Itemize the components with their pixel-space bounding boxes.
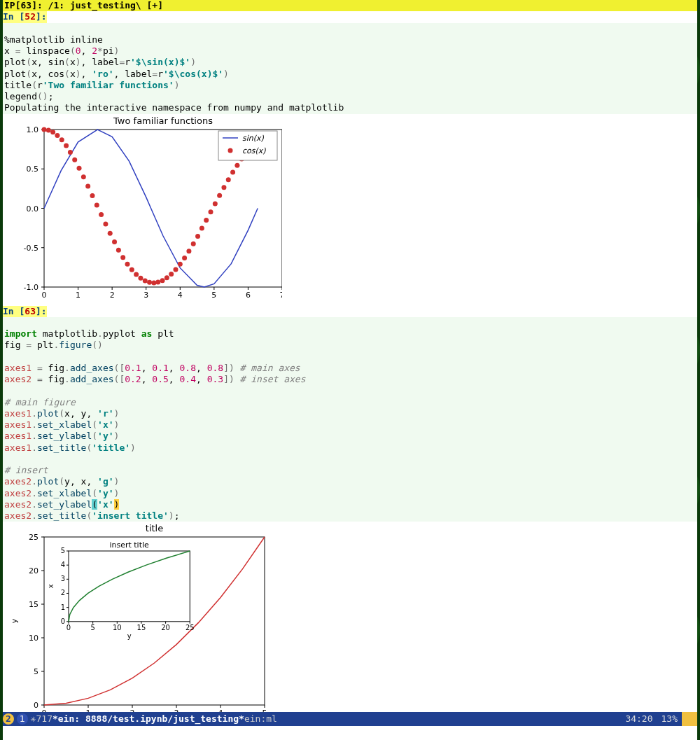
svg-text:7: 7 — [280, 291, 283, 300]
svg-point-71 — [230, 169, 235, 174]
svg-text:0: 0 — [42, 291, 47, 300]
svg-point-66 — [209, 209, 214, 214]
chart-two-familiar-functions: 01234567-1.0-0.50.00.51.0Two familiar fu… — [6, 116, 282, 305]
svg-point-65 — [204, 217, 209, 222]
svg-point-49 — [134, 272, 139, 277]
svg-text:x: x — [47, 585, 55, 589]
prompt-number: 63 — [24, 306, 36, 316]
svg-point-67 — [213, 201, 218, 206]
svg-point-47 — [125, 261, 130, 266]
svg-point-45 — [116, 247, 121, 252]
mode-line: 2 1 ✳ 717 *ein: 8888/test.ipynb/just_tes… — [3, 712, 697, 726]
svg-point-56 — [164, 275, 169, 280]
window-title: IP[63]: /1: just_testing\ [+] — [3, 0, 697, 11]
svg-point-29 — [46, 127, 51, 132]
code-line: import matplotlib.pyplot as plt — [4, 328, 174, 339]
svg-text:5: 5 — [61, 547, 65, 554]
code-line: %matplotlib inline — [4, 34, 103, 45]
svg-rect-111 — [69, 551, 190, 622]
line-count: 717 — [36, 713, 52, 725]
svg-point-32 — [59, 137, 64, 142]
svg-text:1: 1 — [61, 603, 65, 611]
svg-point-62 — [191, 241, 196, 246]
cell-prompt-52[interactable]: In [52]: — [3, 11, 47, 22]
svg-point-43 — [108, 230, 113, 235]
svg-point-54 — [155, 279, 160, 284]
scroll-percent: 13% — [657, 713, 682, 725]
code-line: axes2.set_xlabel('y') — [4, 488, 119, 498]
code-line: axes1.set_xlabel('x') — [4, 419, 119, 430]
modified-icon: ✳ — [31, 713, 36, 725]
svg-text:1: 1 — [76, 291, 80, 300]
code-line: axes2 = fig.add_axes([0.2, 0.5, 0.4, 0.3… — [4, 374, 306, 384]
minibuffer[interactable] — [3, 726, 697, 740]
buffer-name: *ein: 8888/test.ipynb/just_testing* — [52, 713, 244, 725]
svg-text:y: y — [10, 619, 19, 624]
svg-text:0: 0 — [61, 617, 65, 625]
code-line: legend(); — [4, 91, 53, 102]
svg-point-37 — [81, 174, 86, 179]
svg-point-55 — [160, 278, 165, 283]
svg-text:insert title: insert title — [109, 540, 149, 550]
prompt-close: ]: — [36, 306, 47, 316]
svg-point-41 — [99, 212, 104, 217]
code-line: plot(x, sin(x), label=r'$\sin(x)$') — [4, 57, 196, 67]
svg-point-35 — [72, 157, 77, 162]
svg-point-70 — [226, 177, 231, 182]
svg-text:20: 20 — [29, 566, 38, 575]
svg-text:0.0: 0.0 — [27, 204, 39, 213]
cell-prompt-63[interactable]: In [63]: — [3, 306, 47, 317]
svg-text:Two familiar functions: Two familiar functions — [113, 116, 213, 126]
svg-text:25: 25 — [29, 533, 38, 542]
prompt-number: 52 — [24, 11, 36, 22]
modeline-end — [682, 712, 697, 726]
code-line: axes1 = fig.add_axes([0.1, 0.1, 0.8, 0.8… — [4, 363, 300, 373]
svg-point-31 — [55, 132, 59, 137]
code-line: axes1.plot(x, y, 'r') — [4, 408, 119, 419]
svg-point-51 — [143, 278, 148, 283]
svg-point-46 — [120, 255, 125, 260]
svg-point-42 — [103, 221, 108, 226]
code-cell-52[interactable]: %matplotlib inline x = linspace(0, 2*pi)… — [3, 23, 697, 114]
svg-text:6: 6 — [246, 291, 251, 300]
modeline-badge: 2 — [3, 713, 14, 725]
prompt-in: In [ — [3, 306, 24, 316]
svg-point-38 — [85, 183, 90, 188]
svg-text:cos(x): cos(x) — [242, 146, 266, 155]
svg-text:0: 0 — [66, 624, 71, 631]
svg-point-50 — [138, 275, 143, 280]
chart-title-inset: 0123450510152025titlexy0510152025012345i… — [6, 523, 272, 726]
code-line: axes2.set_ylabel('x') — [4, 499, 119, 510]
svg-point-34 — [68, 150, 73, 155]
svg-text:y: y — [127, 632, 132, 640]
prompt-close: ]: — [36, 11, 47, 22]
svg-point-63 — [195, 233, 200, 238]
svg-text:2: 2 — [110, 291, 115, 300]
svg-text:3: 3 — [61, 575, 65, 583]
svg-text:15: 15 — [137, 624, 146, 631]
svg-text:4: 4 — [178, 291, 183, 300]
svg-point-69 — [221, 185, 226, 190]
svg-point-68 — [217, 193, 222, 197]
code-line: axes2.plot(y, x, 'g') — [4, 476, 119, 487]
svg-text:10: 10 — [29, 634, 38, 643]
svg-point-58 — [173, 267, 178, 272]
svg-text:1.0: 1.0 — [27, 125, 39, 134]
comment-line: # insert — [4, 465, 48, 475]
svg-point-48 — [130, 267, 134, 272]
editor-frame: IP[63]: /1: just_testing\ [+] In [52]: %… — [3, 0, 697, 727]
chart-output-1: 01234567-1.0-0.50.00.51.0Two familiar fu… — [3, 114, 697, 306]
prompt-in: In [ — [3, 11, 24, 22]
output-line: Populating the interactive namespace fro… — [4, 102, 344, 113]
svg-point-40 — [94, 202, 99, 207]
code-line: axes1.set_title('title') — [4, 442, 136, 453]
svg-text:15: 15 — [29, 600, 38, 609]
code-line: plot(x, cos(x), 'ro', label=r'$\cos(x)$'… — [4, 69, 229, 79]
svg-text:3: 3 — [144, 291, 148, 300]
code-cell-63[interactable]: import matplotlib.pyplot as plt fig = pl… — [3, 317, 697, 522]
svg-point-59 — [178, 261, 183, 266]
svg-text:0: 0 — [34, 701, 38, 710]
code-line: title(r'Two familiar functions') — [4, 80, 179, 90]
svg-point-36 — [77, 165, 82, 170]
svg-text:4: 4 — [61, 561, 65, 568]
